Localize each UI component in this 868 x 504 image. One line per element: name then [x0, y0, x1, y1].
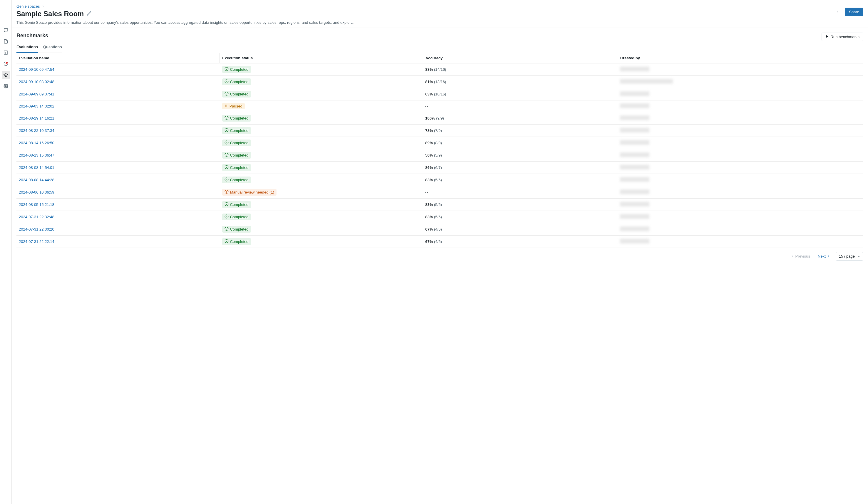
table-row: 2024-09-10 09:47:54 Completed 88% (14/16…: [17, 63, 863, 76]
status-icon: [225, 116, 229, 121]
evaluation-link[interactable]: 2024-09-10 08:02:48: [19, 80, 54, 84]
table-row: 2024-09-03 14:32:02 Paused --: [17, 101, 863, 112]
section-title: Benchmarks: [17, 33, 62, 39]
accuracy-cell: 78% (7/9): [423, 125, 618, 137]
svg-point-25: [225, 227, 228, 231]
evaluation-link[interactable]: 2024-08-08 14:54:01: [19, 165, 54, 170]
run-benchmarks-button[interactable]: Run benchmarks: [822, 33, 863, 41]
next-button[interactable]: Next: [815, 253, 833, 260]
gear-icon: [3, 84, 8, 89]
created-by-redacted: [620, 103, 649, 108]
sidebar: [0, 0, 12, 504]
tab-evaluations[interactable]: Evaluations: [17, 42, 38, 53]
svg-point-19: [225, 178, 228, 181]
sidebar-item-file[interactable]: [2, 38, 10, 46]
run-benchmarks-label: Run benchmarks: [831, 35, 859, 39]
svg-marker-8: [826, 35, 828, 38]
sidebar-item-benchmarks[interactable]: [2, 71, 10, 79]
status-icon: [225, 128, 229, 133]
more-menu-button[interactable]: [833, 7, 842, 17]
evaluation-link[interactable]: 2024-08-14 16:26:50: [19, 141, 54, 145]
status-label: Completed: [230, 67, 249, 72]
edit-icon[interactable]: [87, 11, 91, 17]
accuracy-cell: 63% (10/16): [423, 88, 618, 101]
status-icon: [225, 190, 229, 195]
status-label: Completed: [230, 165, 249, 170]
sidebar-item-data[interactable]: [2, 49, 10, 57]
evaluation-link[interactable]: 2024-07-31 22:30:20: [19, 227, 54, 231]
svg-point-18: [225, 165, 228, 169]
next-label: Next: [818, 254, 826, 259]
status-icon: [225, 104, 228, 108]
table-row: 2024-08-05 15:21:18 Completed 83% (5/6): [17, 199, 863, 211]
svg-point-4: [5, 85, 7, 87]
created-by-redacted: [620, 153, 649, 157]
sidebar-item-settings[interactable]: [2, 82, 10, 91]
accuracy-cell: --: [423, 186, 618, 199]
tab-questions[interactable]: Questions: [43, 42, 62, 53]
status-badge: Completed: [222, 201, 251, 208]
column-header-accuracy[interactable]: Accuracy: [423, 53, 618, 63]
page-size-select[interactable]: 15 / page: [836, 252, 863, 261]
created-by-redacted: [620, 165, 649, 169]
svg-point-22: [226, 192, 227, 193]
svg-point-5: [837, 10, 837, 10]
evaluation-link[interactable]: 2024-08-29 14:16:21: [19, 116, 54, 120]
created-by-redacted: [620, 227, 649, 231]
created-by-redacted: [620, 177, 649, 182]
evaluation-link[interactable]: 2024-08-22 10:37:34: [19, 128, 54, 133]
status-label: Completed: [230, 239, 249, 244]
created-by-redacted: [620, 214, 649, 219]
page-title: Sample Sales Room: [17, 10, 84, 18]
table-row: 2024-08-08 14:54:01 Completed 86% (6/7): [17, 161, 863, 174]
svg-point-17: [225, 153, 228, 157]
column-header-name[interactable]: Evaluation name: [17, 53, 220, 63]
status-icon: [225, 214, 229, 219]
status-icon: [225, 227, 229, 232]
status-badge: Completed: [222, 66, 251, 73]
column-header-status[interactable]: Execution status: [220, 53, 423, 63]
svg-rect-0: [4, 51, 8, 54]
status-label: Completed: [230, 153, 249, 157]
svg-point-26: [225, 239, 228, 243]
evaluation-link[interactable]: 2024-09-03 14:32:02: [19, 104, 54, 108]
svg-rect-12: [225, 105, 226, 107]
evaluation-link[interactable]: 2024-08-06 10:36:59: [19, 190, 54, 195]
status-label: Manual review needed (1): [230, 190, 274, 195]
notification-dot-icon: [6, 62, 8, 64]
status-icon: [225, 153, 229, 158]
status-icon: [225, 202, 229, 207]
evaluation-link[interactable]: 2024-09-10 09:47:54: [19, 67, 54, 72]
accuracy-cell: 67% (4/6): [423, 223, 618, 235]
history-icon: [3, 61, 8, 67]
evaluation-link[interactable]: 2024-09-09 09:37:41: [19, 92, 54, 96]
chat-icon: [3, 28, 8, 33]
evaluation-link[interactable]: 2024-08-08 14:44:28: [19, 178, 54, 182]
svg-point-7: [837, 12, 837, 13]
column-header-created-by[interactable]: Created by: [618, 53, 863, 63]
main-content: Genie spaces Sample Sales Room This Geni…: [12, 0, 868, 504]
evaluation-link[interactable]: 2024-08-05 15:21:18: [19, 202, 54, 207]
status-label: Completed: [230, 141, 249, 145]
graduation-cap-icon: [3, 73, 8, 78]
evaluation-link[interactable]: 2024-07-31 22:22:14: [19, 239, 54, 244]
table-row: 2024-09-09 09:37:41 Completed 63% (10/16…: [17, 88, 863, 101]
accuracy-cell: 88% (14/16): [423, 63, 618, 76]
sidebar-item-chat[interactable]: [2, 27, 10, 35]
breadcrumb-link[interactable]: Genie spaces: [17, 4, 40, 9]
share-button[interactable]: Share: [845, 8, 863, 16]
table-row: 2024-07-31 22:32:48 Completed 83% (5/6): [17, 211, 863, 223]
previous-button[interactable]: Previous: [788, 253, 813, 260]
file-icon: [3, 39, 8, 45]
table-icon: [3, 50, 8, 56]
evaluation-link[interactable]: 2024-08-13 15:36:47: [19, 153, 54, 157]
evaluation-link[interactable]: 2024-07-31 22:32:48: [19, 215, 54, 219]
sidebar-item-history[interactable]: [2, 60, 10, 68]
status-badge: Completed: [222, 115, 251, 122]
page-size-label: 15 / page: [839, 254, 855, 259]
table-row: 2024-08-22 10:37:34 Completed 78% (7/9): [17, 125, 863, 137]
created-by-redacted: [620, 128, 649, 133]
svg-rect-13: [227, 105, 227, 107]
accuracy-cell: 100% (9/9): [423, 112, 618, 125]
svg-point-10: [225, 80, 228, 83]
